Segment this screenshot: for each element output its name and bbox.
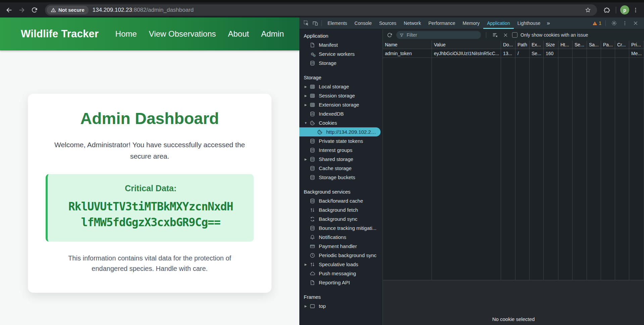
inspect-element-icon[interactable] [302, 19, 311, 28]
sidebar-item-label: Payment handler [319, 243, 359, 249]
sidebar-item-notifications[interactable]: Notifications [299, 233, 383, 242]
tab-performance[interactable]: Performance [425, 17, 459, 29]
cell-ht [558, 49, 573, 57]
refresh-icon[interactable] [386, 31, 393, 39]
cookie-filter-field[interactable] [396, 31, 481, 39]
sidebar-item-private-state-tokens[interactable]: Private state tokens [299, 136, 383, 146]
empty-column [573, 58, 587, 280]
device-toolbar-icon[interactable] [311, 19, 319, 28]
cell-sa [587, 49, 601, 57]
sidebar-item-label: IndexedDB [319, 111, 346, 117]
chevron-right-icon[interactable]: ▶ [299, 103, 309, 107]
chevron-right-icon[interactable]: ▶ [299, 263, 309, 266]
console-warning-badge[interactable]: 1 [592, 21, 601, 26]
delete-all-cookies-icon[interactable] [502, 31, 509, 39]
nav-about[interactable]: About [228, 29, 249, 39]
tab-console[interactable]: Console [351, 17, 375, 29]
sidebar-item-cache-storage[interactable]: Cache storage [299, 164, 383, 173]
more-tabs-button[interactable]: » [544, 20, 552, 27]
tab-memory[interactable]: Memory [459, 17, 484, 29]
not-secure-chip[interactable]: Not secure [47, 6, 89, 14]
column-header-se[interactable]: Se... [573, 41, 587, 49]
db-icon [309, 165, 315, 171]
chevron-right-icon[interactable]: ▶ [299, 85, 309, 88]
sidebar-item-label: Push messaging [319, 271, 358, 276]
admin-card: Admin Dashboard Welcome, Administrator! … [28, 94, 271, 293]
close-devtools-icon[interactable] [631, 19, 640, 28]
nav-home[interactable]: Home [115, 29, 137, 39]
chevron-right-icon[interactable]: ▶ [299, 304, 309, 308]
tab-application[interactable]: Application [483, 17, 514, 29]
sidebar-item-periodic-background-sync[interactable]: Periodic background sync [299, 251, 383, 260]
sidebar-item-manifest[interactable]: Manifest [299, 40, 383, 49]
sidebar-item-speculative-loads[interactable]: ▶Speculative loads [299, 260, 383, 269]
column-header-do[interactable]: Do... [501, 41, 515, 49]
sidebar-item-label: Private state tokens [319, 138, 365, 144]
sidebar-item-push-messaging[interactable]: Push messaging [299, 269, 383, 278]
sidebar-item-label: Cache storage [319, 165, 354, 171]
column-header-name[interactable]: Name [383, 41, 432, 49]
chevron-right-icon[interactable]: ▶ [299, 94, 309, 97]
clear-filter-icon[interactable] [491, 31, 499, 39]
sidebar-item-label: Cookies [319, 120, 339, 126]
chevron-down-icon[interactable]: ▼ [299, 121, 309, 125]
column-header-sa[interactable]: Sa... [587, 41, 601, 49]
column-header-size[interactable]: Size [544, 41, 558, 49]
sidebar-item-top[interactable]: ▶top [299, 301, 383, 311]
profile-avatar[interactable]: p [620, 5, 629, 14]
reload-icon[interactable] [29, 4, 40, 16]
tab-sources[interactable]: Sources [376, 17, 400, 29]
column-header-cr[interactable]: Cr... [615, 41, 629, 49]
sidebar-item-http-134-209-102-23[interactable]: http://134.209.102.23:... [299, 127, 381, 136]
column-header-value[interactable]: Value [432, 41, 501, 49]
sidebar-item-extension-storage[interactable]: ▶Extension storage [299, 100, 383, 109]
tab-lighthouse[interactable]: Lighthouse [514, 17, 544, 29]
sidebar-item-cookies[interactable]: ▼Cookies [299, 118, 383, 127]
filter-input[interactable] [406, 32, 478, 38]
column-header-pri[interactable]: Pri... [629, 41, 644, 49]
sidebar-item-back-forward-cache[interactable]: Back/forward cache [299, 196, 383, 205]
sidebar-item-label: Back/forward cache [319, 198, 365, 204]
sidebar-item-background-sync[interactable]: Background sync [299, 214, 383, 224]
cookie-row-admin-token[interactable]: admin_tokeneyJhbGciOiJIUzI1NiIsInR5cC...… [383, 49, 644, 58]
sidebar-item-interest-groups[interactable]: Interest groups [299, 146, 383, 155]
sidebar-item-indexeddb[interactable]: IndexedDB [299, 109, 383, 118]
devtools-menu-icon[interactable] [621, 19, 629, 28]
sidebar-item-shared-storage[interactable]: ▶Shared storage [299, 155, 383, 164]
column-header-ex[interactable]: Ex... [530, 41, 544, 49]
url-text: 134.209.102.23:8082/admin_dashboard [93, 7, 194, 13]
sidebar-item-background-fetch[interactable]: Background fetch [299, 205, 383, 214]
only-issue-checkbox[interactable] [512, 32, 517, 38]
nav-admin[interactable]: Admin [261, 29, 284, 39]
devtools-panel: ElementsConsoleSourcesNetworkPerformance… [299, 17, 644, 325]
sidebar-item-session-storage[interactable]: ▶Session storage [299, 91, 383, 100]
extensions-icon[interactable] [602, 5, 612, 15]
sidebar-item-storage-buckets[interactable]: Storage buckets [299, 173, 383, 182]
sidebar-item-payment-handler[interactable]: Payment handler [299, 242, 383, 251]
sidebar-item-reporting-api[interactable]: Reporting API [299, 278, 383, 287]
cookie-icon [309, 120, 315, 126]
sidebar-item-local-storage[interactable]: ▶Local storage [299, 82, 383, 91]
browser-menu-icon[interactable] [631, 5, 641, 15]
sidebar-item-label: Session storage [319, 93, 357, 98]
sidebar-item-label: Manifest [319, 42, 340, 48]
empty-column [530, 58, 544, 280]
nav-view-observations[interactable]: View Observations [149, 29, 216, 39]
empty-column [587, 58, 601, 280]
forward-icon[interactable] [16, 4, 28, 16]
settings-gear-icon[interactable] [610, 19, 618, 28]
tab-elements[interactable]: Elements [324, 17, 351, 29]
sidebar-item-service-workers[interactable]: ⚙⚙Service workers [299, 49, 383, 58]
sidebar-item-storage[interactable]: Storage [299, 58, 383, 68]
sidebar-item-bounce-tracking-mitigati[interactable]: Bounce tracking mitigati... [299, 224, 383, 233]
url-bar[interactable]: Not secure 134.209.102.23:8082/admin_das… [45, 4, 597, 16]
column-header-ht[interactable]: Ht... [558, 41, 573, 49]
bookmark-star-icon[interactable] [583, 5, 593, 15]
column-header-pa[interactable]: Pa... [601, 41, 615, 49]
chevron-right-icon[interactable]: ▶ [299, 158, 309, 161]
empty-column [544, 58, 558, 280]
empty-column [601, 58, 615, 280]
tab-network[interactable]: Network [400, 17, 425, 29]
back-icon[interactable] [3, 4, 15, 16]
column-header-path[interactable]: Path [515, 41, 530, 49]
